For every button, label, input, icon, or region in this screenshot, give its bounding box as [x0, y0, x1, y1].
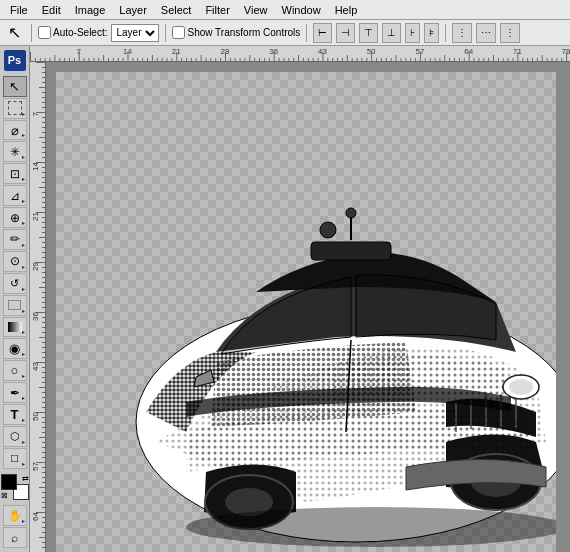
align-middle-v-button[interactable]: ⊦: [405, 23, 420, 43]
move-tool-icon[interactable]: ↖: [4, 23, 25, 43]
zoom-tool-btn[interactable]: ⌕: [3, 527, 27, 548]
brush-tool-btn[interactable]: ✏ ▸: [3, 229, 27, 250]
align-right-button[interactable]: ⊤: [359, 23, 378, 43]
gradient-btn[interactable]: ▸: [3, 317, 27, 338]
svg-point-5: [320, 222, 336, 238]
move-tool-btn[interactable]: ↖: [3, 76, 27, 97]
separator-3: [306, 24, 307, 42]
reset-colors-icon[interactable]: ⊠: [1, 491, 8, 500]
show-transform-container: Show Transform Controls: [172, 26, 300, 39]
separator-4: [445, 24, 446, 42]
foreground-color[interactable]: [1, 474, 17, 490]
crop-tool-btn[interactable]: ⊡ ▸: [3, 163, 27, 184]
eyedropper-btn[interactable]: ⊿ ▸: [3, 185, 27, 206]
menu-edit[interactable]: Edit: [36, 3, 67, 17]
hand-tool-btn[interactable]: ✋ ▸: [3, 505, 27, 526]
show-transform-label: Show Transform Controls: [187, 27, 300, 38]
menu-image[interactable]: Image: [69, 3, 112, 17]
path-select-btn[interactable]: ⬡ ▸: [3, 426, 27, 447]
svg-rect-4: [311, 242, 391, 260]
auto-select-dropdown[interactable]: Layer: [111, 24, 159, 42]
canvas-document: [56, 72, 556, 552]
align-left-button[interactable]: ⊢: [313, 23, 332, 43]
auto-select-container: Auto-Select:: [38, 26, 107, 39]
ruler-horizontal: [30, 46, 570, 62]
canvas-viewport[interactable]: [46, 62, 570, 552]
shape-tool-btn[interactable]: □ ▸: [3, 448, 27, 469]
distribute-center-button[interactable]: ⋯: [476, 23, 496, 43]
menu-select[interactable]: Select: [155, 3, 198, 17]
heal-tool-btn[interactable]: ⊕ ▸: [3, 207, 27, 228]
magic-wand-btn[interactable]: ✳ ▸: [3, 141, 27, 162]
align-bottom-button[interactable]: ⊧: [424, 23, 439, 43]
auto-select-checkbox[interactable]: [38, 26, 51, 39]
align-top-button[interactable]: ⊥: [382, 23, 401, 43]
pen-tool-btn[interactable]: ✒ ▸: [3, 382, 27, 403]
clone-stamp-btn[interactable]: ⊙ ▸: [3, 251, 27, 272]
canvas-area: [30, 46, 570, 552]
menu-help[interactable]: Help: [329, 3, 364, 17]
auto-select-label: Auto-Select:: [53, 27, 107, 38]
menu-window[interactable]: Window: [276, 3, 327, 17]
distribute-right-button[interactable]: ⋮: [500, 23, 520, 43]
menu-layer[interactable]: Layer: [113, 3, 153, 17]
lasso-tool-btn[interactable]: ⌀ ▸: [3, 120, 27, 141]
color-swatches: ⇄ ⊠: [1, 474, 29, 500]
show-transform-checkbox[interactable]: [172, 26, 185, 39]
history-brush-btn[interactable]: ↺ ▸: [3, 273, 27, 294]
svg-point-19: [346, 208, 356, 218]
menu-view[interactable]: View: [238, 3, 274, 17]
selection-tool-btn[interactable]: ▸: [3, 98, 27, 119]
text-tool-btn[interactable]: T ▸: [3, 404, 27, 425]
options-bar: ↖ Auto-Select: Layer Show Transform Cont…: [0, 20, 570, 46]
menu-filter[interactable]: Filter: [199, 3, 235, 17]
svg-point-17: [186, 507, 556, 547]
eraser-btn[interactable]: ▸: [3, 295, 27, 316]
workspace: Ps ↖ ▸ ⌀ ▸ ✳ ▸ ⊡ ▸ ⊿ ▸ ⊕ ▸ ✏ ▸: [0, 46, 570, 552]
menu-file[interactable]: File: [4, 3, 34, 17]
ps-logo: Ps: [4, 50, 26, 71]
svg-point-16: [509, 379, 533, 395]
toolbox: Ps ↖ ▸ ⌀ ▸ ✳ ▸ ⊡ ▸ ⊿ ▸ ⊕ ▸ ✏ ▸: [0, 46, 30, 552]
swap-colors-icon[interactable]: ⇄: [22, 474, 29, 483]
blur-btn[interactable]: ◉ ▸: [3, 338, 27, 359]
dodge-btn[interactable]: ○ ▸: [3, 360, 27, 381]
separator-2: [165, 24, 166, 42]
align-center-h-button[interactable]: ⊣: [336, 23, 355, 43]
ruler-vertical: [30, 62, 46, 552]
menu-bar: File Edit Image Layer Select Filter View…: [0, 0, 570, 20]
canvas-image: [56, 72, 556, 552]
separator-1: [31, 24, 32, 42]
distribute-left-button[interactable]: ⋮: [452, 23, 472, 43]
